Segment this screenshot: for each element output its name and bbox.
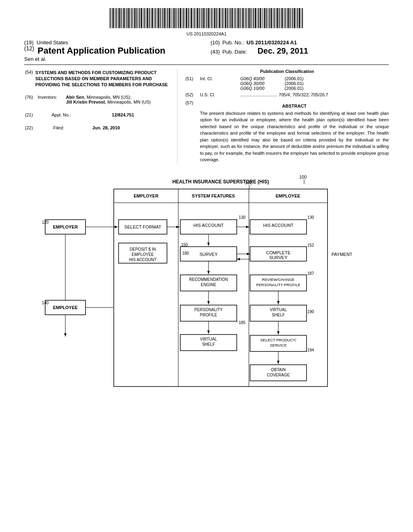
appl-label: Appl. No.:: [52, 112, 71, 117]
svg-rect-4: [116, 8, 117, 28]
svg-rect-82: [238, 8, 239, 28]
svg-rect-33: [161, 8, 162, 28]
svg-rect-31: [158, 8, 159, 28]
right-column: Publication Classification (51) Int. Cl.…: [186, 69, 389, 163]
svg-rect-57: [199, 8, 200, 28]
inventor-2-name: Jill Kristin Prevost: [66, 100, 105, 104]
svg-rect-36: [166, 8, 167, 28]
svg-rect-99: [264, 8, 265, 28]
inventor-2-loc: , Minneapolis, MN (US): [105, 100, 151, 104]
svg-rect-14: [131, 8, 132, 28]
svg-rect-51: [190, 8, 190, 28]
appl-value: 12/824,751: [112, 112, 134, 117]
svg-rect-87: [246, 8, 246, 28]
svg-rect-52: [191, 8, 192, 28]
title-num: (54): [25, 70, 33, 75]
svg-rect-111: [284, 8, 284, 28]
svg-rect-80: [235, 8, 236, 28]
svg-rect-76: [229, 8, 229, 28]
svg-text:SURVEY: SURVEY: [269, 255, 288, 260]
svg-rect-112: [285, 8, 286, 28]
svg-text:EMPLOYEE: EMPLOYEE: [53, 305, 77, 310]
svg-rect-59: [202, 8, 202, 28]
svg-rect-90: [250, 8, 251, 28]
svg-text:SYSTEM FEATURES: SYSTEM FEATURES: [192, 193, 235, 198]
country-prefix: (19): [24, 39, 33, 46]
svg-text:187: 187: [307, 271, 314, 276]
svg-rect-29: [155, 8, 156, 28]
int-cl-entry-1-code: G06Q 40/00: [240, 76, 277, 81]
svg-text:SHELF: SHELF: [202, 342, 215, 347]
right-header: (10) Pub. No.: US 2011/0320224 A1 (43) P…: [202, 39, 389, 56]
svg-text:190: 190: [307, 310, 314, 314]
int-cl-num: (51): [186, 76, 200, 81]
svg-rect-79: [234, 8, 234, 28]
inventors-section: (76) Inventors: Abir Sen, Minneapolis, M…: [24, 94, 173, 105]
svg-text:150: 150: [181, 243, 188, 247]
svg-rect-116: [291, 8, 292, 28]
patent-type-line: (12) Patent Application Publication: [24, 46, 202, 56]
inventor-1-name: Abir Sen: [66, 95, 84, 100]
svg-rect-89: [248, 8, 250, 28]
svg-rect-55: [196, 8, 196, 28]
svg-rect-96: [260, 8, 261, 28]
svg-rect-69: [218, 8, 218, 28]
svg-text:140: 140: [42, 301, 49, 305]
barcode-svg: [110, 8, 303, 28]
svg-rect-9: [123, 8, 125, 28]
svg-rect-19: [139, 8, 140, 28]
svg-text:PAYMENT: PAYMENT: [332, 252, 353, 257]
int-cl-entry-2-code: G06Q 30/00: [240, 81, 277, 86]
pub-date-label: Pub. Date:: [222, 49, 247, 55]
svg-rect-101: [268, 8, 268, 28]
svg-rect-92: [253, 8, 254, 28]
left-header: (19) United States (12) Patent Applicati…: [24, 39, 202, 62]
pub-number: US 20110320224A1: [24, 31, 389, 36]
pub-no-label: Pub. No.:: [222, 39, 244, 46]
svg-rect-78: [232, 8, 233, 28]
svg-rect-21: [143, 8, 143, 28]
country-line: (19) United States: [24, 39, 202, 46]
svg-rect-28: [154, 8, 154, 28]
svg-rect-50: [188, 8, 189, 28]
svg-rect-16: [134, 8, 136, 28]
svg-rect-100: [266, 8, 267, 28]
filed-label: Filed:: [53, 125, 64, 130]
svg-rect-120: [297, 8, 298, 28]
svg-rect-38: [169, 8, 170, 28]
svg-rect-75: [227, 8, 228, 28]
svg-rect-56: [197, 8, 198, 28]
pub-date-line: (43) Pub. Date: Dec. 29, 2011: [211, 46, 389, 56]
svg-rect-24: [147, 8, 148, 28]
svg-rect-10: [125, 8, 126, 28]
inventor-1: Abir Sen, Minneapolis, MN (US);: [66, 95, 172, 100]
svg-text:194: 194: [307, 348, 314, 352]
svg-rect-22: [144, 8, 145, 28]
header-top: (19) United States (12) Patent Applicati…: [24, 39, 389, 62]
us-cl-section: (52) U.S. Cl. ..........................…: [186, 92, 389, 97]
svg-rect-26: [150, 8, 151, 28]
svg-text:VIRTUAL: VIRTUAL: [200, 337, 217, 341]
svg-text:EMPLOYEE: EMPLOYEE: [131, 252, 154, 257]
svg-rect-43: [177, 8, 177, 28]
svg-text:130: 130: [307, 215, 314, 220]
us-cl-label: U.S. Cl.: [200, 92, 240, 97]
svg-rect-20: [141, 8, 142, 28]
pub-no-prefix: (10): [211, 39, 220, 46]
svg-rect-86: [244, 8, 245, 28]
int-cl-entry-3-code: G06Q 10/00: [240, 86, 277, 91]
svg-rect-65: [211, 8, 212, 28]
appl-section: (21) Appl. No.: 12/824,751: [24, 112, 173, 118]
svg-rect-109: [280, 8, 281, 28]
svg-rect-113: [286, 8, 287, 28]
abstract-section: (57) ABSTRACT The present disclosure rel…: [186, 100, 389, 163]
type-prefix: (12): [24, 45, 34, 52]
svg-rect-3: [115, 8, 115, 28]
svg-rect-2: [113, 8, 114, 28]
svg-text:SELECT PRODUCT/: SELECT PRODUCT/: [260, 338, 296, 342]
svg-rect-103: [271, 8, 272, 28]
svg-rect-115: [290, 8, 290, 28]
svg-rect-62: [206, 8, 207, 28]
svg-rect-27: [152, 8, 153, 28]
svg-rect-77: [230, 8, 231, 28]
